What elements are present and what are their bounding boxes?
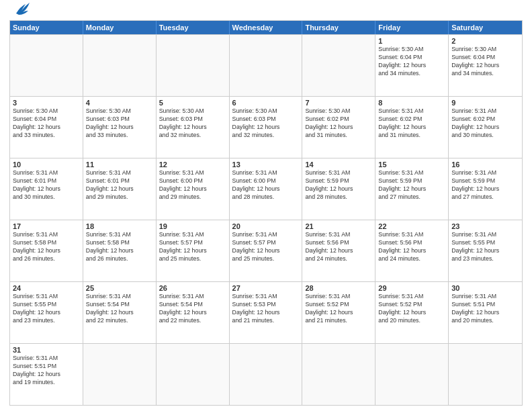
- day-info: Sunrise: 5:31 AM Sunset: 5:56 PM Dayligh…: [378, 231, 445, 263]
- calendar-day-18: 18Sunrise: 5:31 AM Sunset: 5:58 PM Dayli…: [83, 220, 157, 281]
- day-info: Sunrise: 5:31 AM Sunset: 5:57 PM Dayligh…: [159, 231, 226, 263]
- day-number: 15: [378, 161, 445, 169]
- calendar-day-21: 21Sunrise: 5:31 AM Sunset: 5:56 PM Dayli…: [302, 220, 375, 281]
- day-info: Sunrise: 5:30 AM Sunset: 6:03 PM Dayligh…: [86, 107, 153, 140]
- day-number: 5: [159, 99, 226, 107]
- calendar-empty-cell: [449, 344, 522, 405]
- day-number: 8: [378, 99, 445, 107]
- day-number: 23: [451, 222, 519, 230]
- day-number: 3: [13, 99, 80, 107]
- calendar-day-24: 24Sunrise: 5:31 AM Sunset: 5:55 PM Dayli…: [10, 282, 83, 343]
- day-info: Sunrise: 5:31 AM Sunset: 5:59 PM Dayligh…: [305, 169, 372, 201]
- calendar-week-5: 24Sunrise: 5:31 AM Sunset: 5:55 PM Dayli…: [10, 281, 522, 343]
- day-number: 16: [451, 161, 519, 169]
- calendar-empty-cell: [83, 35, 157, 96]
- day-number: 26: [159, 284, 226, 292]
- day-number: 20: [232, 222, 300, 230]
- day-info: Sunrise: 5:31 AM Sunset: 6:00 PM Dayligh…: [232, 169, 300, 201]
- calendar-week-3: 10Sunrise: 5:31 AM Sunset: 6:01 PM Dayli…: [10, 158, 522, 220]
- calendar-day-28: 28Sunrise: 5:31 AM Sunset: 5:52 PM Dayli…: [302, 282, 375, 343]
- calendar-day-13: 13Sunrise: 5:31 AM Sunset: 6:00 PM Dayli…: [230, 158, 303, 220]
- calendar-empty-cell: [230, 35, 303, 96]
- day-info: Sunrise: 5:30 AM Sunset: 6:02 PM Dayligh…: [305, 107, 372, 140]
- calendar-empty-cell: [10, 35, 83, 96]
- day-number: 6: [232, 99, 300, 107]
- day-number: 17: [13, 222, 80, 230]
- day-number: 29: [378, 284, 445, 292]
- day-number: 1: [378, 37, 445, 45]
- day-number: 10: [13, 161, 80, 169]
- logo-area: [9, 7, 32, 16]
- calendar-header: SundayMondayTuesdayWednesdayThursdayFrid…: [10, 21, 522, 34]
- weekday-header-saturday: Saturday: [449, 21, 522, 34]
- day-number: 22: [378, 222, 445, 230]
- calendar-day-11: 11Sunrise: 5:31 AM Sunset: 6:01 PM Dayli…: [83, 158, 157, 220]
- day-number: 31: [13, 346, 80, 354]
- day-info: Sunrise: 5:31 AM Sunset: 6:00 PM Dayligh…: [159, 169, 226, 201]
- calendar-day-4: 4Sunrise: 5:30 AM Sunset: 6:03 PM Daylig…: [83, 97, 157, 158]
- calendar-empty-cell: [157, 35, 230, 96]
- day-info: Sunrise: 5:31 AM Sunset: 5:55 PM Dayligh…: [13, 293, 80, 325]
- day-number: 28: [305, 284, 372, 292]
- day-info: Sunrise: 5:31 AM Sunset: 5:55 PM Dayligh…: [451, 231, 519, 263]
- day-info: Sunrise: 5:31 AM Sunset: 5:58 PM Dayligh…: [13, 231, 80, 263]
- calendar-empty-cell: [83, 344, 157, 405]
- day-info: Sunrise: 5:31 AM Sunset: 6:02 PM Dayligh…: [451, 107, 519, 140]
- calendar-day-8: 8Sunrise: 5:31 AM Sunset: 6:02 PM Daylig…: [375, 97, 449, 158]
- calendar-empty-cell: [230, 344, 303, 405]
- weekday-header-monday: Monday: [83, 21, 157, 34]
- calendar-day-25: 25Sunrise: 5:31 AM Sunset: 5:54 PM Dayli…: [83, 282, 157, 343]
- day-info: Sunrise: 5:31 AM Sunset: 5:56 PM Dayligh…: [305, 231, 372, 263]
- calendar-empty-cell: [302, 344, 375, 405]
- day-info: Sunrise: 5:30 AM Sunset: 6:04 PM Dayligh…: [378, 46, 445, 78]
- calendar-day-17: 17Sunrise: 5:31 AM Sunset: 5:58 PM Dayli…: [10, 220, 83, 281]
- calendar-day-2: 2Sunrise: 5:30 AM Sunset: 6:04 PM Daylig…: [449, 35, 522, 96]
- weekday-header-thursday: Thursday: [302, 21, 375, 34]
- calendar-day-7: 7Sunrise: 5:30 AM Sunset: 6:02 PM Daylig…: [302, 97, 375, 158]
- calendar-body: 1Sunrise: 5:30 AM Sunset: 6:04 PM Daylig…: [10, 34, 522, 405]
- weekday-header-friday: Friday: [375, 21, 449, 34]
- calendar: SundayMondayTuesdayWednesdayThursdayFrid…: [9, 20, 523, 406]
- day-info: Sunrise: 5:31 AM Sunset: 5:59 PM Dayligh…: [378, 169, 445, 201]
- calendar-day-20: 20Sunrise: 5:31 AM Sunset: 5:57 PM Dayli…: [230, 220, 303, 281]
- day-info: Sunrise: 5:31 AM Sunset: 5:52 PM Dayligh…: [378, 293, 445, 325]
- day-number: 19: [159, 222, 226, 230]
- calendar-week-1: 1Sunrise: 5:30 AM Sunset: 6:04 PM Daylig…: [10, 34, 522, 96]
- calendar-empty-cell: [375, 344, 449, 405]
- day-number: 11: [86, 161, 153, 169]
- weekday-header-sunday: Sunday: [10, 21, 83, 34]
- calendar-week-6: 31Sunrise: 5:31 AM Sunset: 5:51 PM Dayli…: [10, 343, 522, 405]
- calendar-day-1: 1Sunrise: 5:30 AM Sunset: 6:04 PM Daylig…: [375, 35, 449, 96]
- day-info: Sunrise: 5:31 AM Sunset: 5:58 PM Dayligh…: [86, 231, 153, 263]
- weekday-header-wednesday: Wednesday: [230, 21, 303, 34]
- calendar-week-2: 3Sunrise: 5:30 AM Sunset: 6:04 PM Daylig…: [10, 96, 522, 158]
- calendar-day-26: 26Sunrise: 5:31 AM Sunset: 5:54 PM Dayli…: [157, 282, 230, 343]
- calendar-empty-cell: [302, 35, 375, 96]
- day-number: 9: [451, 99, 519, 107]
- day-number: 25: [86, 284, 153, 292]
- calendar-day-15: 15Sunrise: 5:31 AM Sunset: 5:59 PM Dayli…: [375, 158, 449, 220]
- calendar-day-27: 27Sunrise: 5:31 AM Sunset: 5:53 PM Dayli…: [230, 282, 303, 343]
- day-info: Sunrise: 5:31 AM Sunset: 6:01 PM Dayligh…: [86, 169, 153, 201]
- logo-bird-icon: [11, 1, 32, 16]
- day-number: 21: [305, 222, 372, 230]
- day-info: Sunrise: 5:31 AM Sunset: 5:51 PM Dayligh…: [13, 355, 80, 387]
- day-info: Sunrise: 5:31 AM Sunset: 5:57 PM Dayligh…: [232, 231, 300, 263]
- day-info: Sunrise: 5:31 AM Sunset: 6:01 PM Dayligh…: [13, 169, 80, 201]
- day-number: 18: [86, 222, 153, 230]
- day-number: 24: [13, 284, 80, 292]
- calendar-day-22: 22Sunrise: 5:31 AM Sunset: 5:56 PM Dayli…: [375, 220, 449, 281]
- calendar-day-12: 12Sunrise: 5:31 AM Sunset: 6:00 PM Dayli…: [157, 158, 230, 220]
- calendar-day-3: 3Sunrise: 5:30 AM Sunset: 6:04 PM Daylig…: [10, 97, 83, 158]
- day-info: Sunrise: 5:30 AM Sunset: 6:04 PM Dayligh…: [451, 46, 519, 78]
- calendar-day-10: 10Sunrise: 5:31 AM Sunset: 6:01 PM Dayli…: [10, 158, 83, 220]
- day-info: Sunrise: 5:31 AM Sunset: 5:52 PM Dayligh…: [305, 293, 372, 325]
- calendar-week-4: 17Sunrise: 5:31 AM Sunset: 5:58 PM Dayli…: [10, 220, 522, 281]
- calendar-empty-cell: [157, 344, 230, 405]
- day-info: Sunrise: 5:30 AM Sunset: 6:04 PM Dayligh…: [13, 107, 80, 140]
- calendar-day-5: 5Sunrise: 5:30 AM Sunset: 6:03 PM Daylig…: [157, 97, 230, 158]
- day-number: 27: [232, 284, 300, 292]
- weekday-header-tuesday: Tuesday: [157, 21, 230, 34]
- calendar-day-23: 23Sunrise: 5:31 AM Sunset: 5:55 PM Dayli…: [449, 220, 522, 281]
- calendar-day-14: 14Sunrise: 5:31 AM Sunset: 5:59 PM Dayli…: [302, 158, 375, 220]
